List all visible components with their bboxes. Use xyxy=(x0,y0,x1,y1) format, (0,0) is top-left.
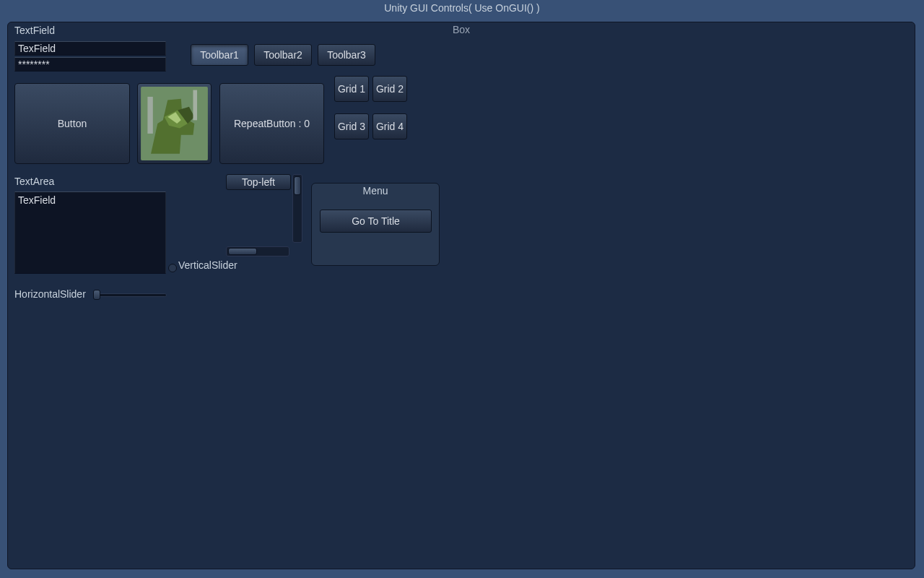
textfield-input[interactable] xyxy=(14,41,166,56)
svg-rect-3 xyxy=(193,90,197,121)
repeat-button[interactable]: RepeatButton : 0 xyxy=(219,83,324,164)
grid-3[interactable]: Grid 3 xyxy=(334,113,369,139)
verticalslider-label: VerticalSlider xyxy=(178,259,237,271)
dinosaur-image-icon xyxy=(141,87,208,160)
menu-window[interactable]: Menu Go To Title xyxy=(311,183,440,266)
hslider-thumb[interactable] xyxy=(93,290,100,300)
box-title: Box xyxy=(453,24,470,35)
textfield-label: TextField xyxy=(14,25,55,36)
grid-1[interactable]: Grid 1 xyxy=(334,76,369,102)
horizontal-scrollbar[interactable] xyxy=(226,246,289,256)
hslider-track xyxy=(93,293,167,297)
horizontal-slider[interactable] xyxy=(93,290,167,300)
toolbar-1[interactable]: Toolbar1 xyxy=(191,44,248,66)
go-to-title-button[interactable]: Go To Title xyxy=(320,210,432,233)
textarea-input[interactable]: TexField xyxy=(14,191,166,274)
button[interactable]: Button xyxy=(14,83,130,164)
vscroll-thumb[interactable] xyxy=(294,176,301,195)
toolbar-2[interactable]: Toolbar2 xyxy=(254,44,312,66)
toggle[interactable] xyxy=(168,264,177,272)
vertical-scrollbar[interactable] xyxy=(292,174,302,243)
horizontalslider-label: HorizontalSlider xyxy=(14,288,86,300)
image-button[interactable] xyxy=(137,83,212,164)
grid-4[interactable]: Grid 4 xyxy=(372,113,407,139)
scrollview: Top-left xyxy=(226,174,302,256)
textarea-label: TextArea xyxy=(14,176,54,187)
main-box: Box TextField Toolbar1 Toolbar2 Toolbar3… xyxy=(7,22,915,569)
svg-rect-2 xyxy=(147,97,152,134)
toolbar-3[interactable]: Toolbar3 xyxy=(318,44,375,66)
hscroll-thumb[interactable] xyxy=(228,248,257,255)
menu-title: Menu xyxy=(362,185,388,197)
page-title: Unity GUI Controls( Use OnGUI() ) xyxy=(0,2,924,14)
scrollview-topleft-button[interactable]: Top-left xyxy=(226,174,291,190)
grid-2[interactable]: Grid 2 xyxy=(372,76,407,102)
password-input[interactable] xyxy=(14,57,166,72)
